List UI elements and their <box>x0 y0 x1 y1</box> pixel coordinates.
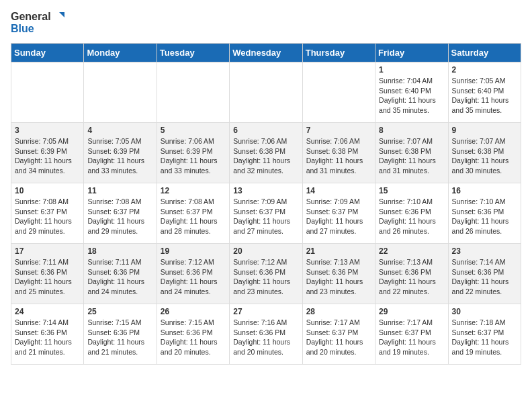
day-number: 9 <box>452 126 517 135</box>
calendar-cell: 2Sunrise: 7:05 AM Sunset: 6:40 PM Daylig… <box>448 62 521 123</box>
calendar-week-2: 3Sunrise: 7:05 AM Sunset: 6:39 PM Daylig… <box>11 123 521 183</box>
day-number: 8 <box>379 126 444 135</box>
calendar-cell: 24Sunrise: 7:14 AM Sunset: 6:36 PM Dayli… <box>11 304 84 365</box>
calendar-cell: 5Sunrise: 7:06 AM Sunset: 6:39 PM Daylig… <box>157 123 229 183</box>
day-header-tuesday: Tuesday <box>157 44 229 62</box>
day-header-wednesday: Wednesday <box>230 44 302 62</box>
day-number: 16 <box>452 186 517 195</box>
day-number: 18 <box>87 246 152 256</box>
day-number: 22 <box>379 246 444 256</box>
day-info: Sunrise: 7:06 AM Sunset: 6:39 PM Dayligh… <box>161 136 226 176</box>
calendar-cell: 16Sunrise: 7:10 AM Sunset: 6:36 PM Dayli… <box>448 183 521 244</box>
calendar-cell: 28Sunrise: 7:17 AM Sunset: 6:37 PM Dayli… <box>302 304 375 365</box>
day-number: 23 <box>452 246 517 256</box>
calendar-cell: 20Sunrise: 7:12 AM Sunset: 6:36 PM Dayli… <box>230 244 302 304</box>
calendar-cell: 25Sunrise: 7:15 AM Sunset: 6:36 PM Dayli… <box>84 304 157 365</box>
calendar-header-row: SundayMondayTuesdayWednesdayThursdayFrid… <box>11 44 521 62</box>
calendar-cell: 21Sunrise: 7:13 AM Sunset: 6:36 PM Dayli… <box>302 244 375 304</box>
day-info: Sunrise: 7:17 AM Sunset: 6:37 PM Dayligh… <box>306 318 371 357</box>
day-number: 28 <box>306 307 371 316</box>
day-info: Sunrise: 7:18 AM Sunset: 6:37 PM Dayligh… <box>452 318 517 357</box>
day-header-friday: Friday <box>375 44 448 62</box>
calendar-week-3: 10Sunrise: 7:08 AM Sunset: 6:37 PM Dayli… <box>11 183 521 244</box>
calendar-cell <box>230 62 302 123</box>
day-number: 20 <box>233 246 298 256</box>
day-number: 19 <box>161 246 226 256</box>
day-info: Sunrise: 7:06 AM Sunset: 6:38 PM Dayligh… <box>306 136 371 176</box>
day-info: Sunrise: 7:16 AM Sunset: 6:36 PM Dayligh… <box>233 318 298 357</box>
day-info: Sunrise: 7:08 AM Sunset: 6:37 PM Dayligh… <box>15 197 80 236</box>
day-info: Sunrise: 7:09 AM Sunset: 6:37 PM Dayligh… <box>233 197 298 236</box>
calendar-cell: 18Sunrise: 7:11 AM Sunset: 6:36 PM Dayli… <box>84 244 157 304</box>
day-info: Sunrise: 7:10 AM Sunset: 6:36 PM Dayligh… <box>452 197 517 236</box>
day-number: 11 <box>87 186 152 195</box>
day-header-monday: Monday <box>84 44 157 62</box>
calendar-cell: 11Sunrise: 7:08 AM Sunset: 6:37 PM Dayli… <box>84 183 157 244</box>
calendar-cell: 4Sunrise: 7:05 AM Sunset: 6:39 PM Daylig… <box>84 123 157 183</box>
day-header-thursday: Thursday <box>302 44 375 62</box>
calendar-cell: 17Sunrise: 7:11 AM Sunset: 6:36 PM Dayli… <box>11 244 84 304</box>
day-info: Sunrise: 7:14 AM Sunset: 6:36 PM Dayligh… <box>15 318 80 357</box>
day-info: Sunrise: 7:05 AM Sunset: 6:39 PM Dayligh… <box>87 136 152 176</box>
calendar-cell: 13Sunrise: 7:09 AM Sunset: 6:37 PM Dayli… <box>230 183 302 244</box>
logo-text-blue: Blue <box>11 23 34 35</box>
day-number: 12 <box>161 186 226 195</box>
calendar-cell: 12Sunrise: 7:08 AM Sunset: 6:37 PM Dayli… <box>157 183 229 244</box>
calendar-cell: 15Sunrise: 7:10 AM Sunset: 6:36 PM Dayli… <box>375 183 448 244</box>
day-info: Sunrise: 7:13 AM Sunset: 6:36 PM Dayligh… <box>379 257 444 297</box>
logo: General Blue <box>11 11 64 35</box>
day-info: Sunrise: 7:08 AM Sunset: 6:37 PM Dayligh… <box>87 197 152 236</box>
calendar-cell: 9Sunrise: 7:07 AM Sunset: 6:38 PM Daylig… <box>448 123 521 183</box>
day-info: Sunrise: 7:05 AM Sunset: 6:40 PM Dayligh… <box>452 76 517 116</box>
day-info: Sunrise: 7:12 AM Sunset: 6:36 PM Dayligh… <box>233 257 298 297</box>
calendar-cell: 3Sunrise: 7:05 AM Sunset: 6:39 PM Daylig… <box>11 123 84 183</box>
calendar-cell: 10Sunrise: 7:08 AM Sunset: 6:37 PM Dayli… <box>11 183 84 244</box>
day-number: 17 <box>15 246 80 256</box>
day-number: 10 <box>15 186 80 195</box>
day-info: Sunrise: 7:12 AM Sunset: 6:36 PM Dayligh… <box>161 257 226 297</box>
day-header-sunday: Sunday <box>11 44 84 62</box>
calendar-week-1: 1Sunrise: 7:04 AM Sunset: 6:40 PM Daylig… <box>11 62 521 123</box>
day-number: 15 <box>379 186 444 195</box>
calendar-cell: 29Sunrise: 7:17 AM Sunset: 6:37 PM Dayli… <box>375 304 448 365</box>
day-info: Sunrise: 7:15 AM Sunset: 6:36 PM Dayligh… <box>87 318 152 357</box>
logo-triangle-icon <box>52 11 64 23</box>
calendar-cell: 30Sunrise: 7:18 AM Sunset: 6:37 PM Dayli… <box>448 304 521 365</box>
day-info: Sunrise: 7:10 AM Sunset: 6:36 PM Dayligh… <box>379 197 444 236</box>
calendar-cell: 8Sunrise: 7:07 AM Sunset: 6:38 PM Daylig… <box>375 123 448 183</box>
day-info: Sunrise: 7:13 AM Sunset: 6:36 PM Dayligh… <box>306 257 371 297</box>
calendar-week-5: 24Sunrise: 7:14 AM Sunset: 6:36 PM Dayli… <box>11 304 521 365</box>
day-number: 13 <box>233 186 298 195</box>
logo-text-general: General <box>11 11 51 23</box>
day-info: Sunrise: 7:14 AM Sunset: 6:36 PM Dayligh… <box>452 257 517 297</box>
calendar-cell: 27Sunrise: 7:16 AM Sunset: 6:36 PM Dayli… <box>230 304 302 365</box>
day-number: 29 <box>379 307 444 316</box>
calendar-cell: 23Sunrise: 7:14 AM Sunset: 6:36 PM Dayli… <box>448 244 521 304</box>
day-info: Sunrise: 7:07 AM Sunset: 6:38 PM Dayligh… <box>452 136 517 176</box>
day-info: Sunrise: 7:15 AM Sunset: 6:36 PM Dayligh… <box>161 318 226 357</box>
calendar-table: SundayMondayTuesdayWednesdayThursdayFrid… <box>11 43 521 365</box>
day-info: Sunrise: 7:11 AM Sunset: 6:36 PM Dayligh… <box>87 257 152 297</box>
day-number: 7 <box>306 126 371 135</box>
calendar-week-4: 17Sunrise: 7:11 AM Sunset: 6:36 PM Dayli… <box>11 244 521 304</box>
day-number: 5 <box>161 126 226 135</box>
day-info: Sunrise: 7:09 AM Sunset: 6:37 PM Dayligh… <box>306 197 371 236</box>
calendar-cell <box>84 62 157 123</box>
calendar-cell: 6Sunrise: 7:06 AM Sunset: 6:38 PM Daylig… <box>230 123 302 183</box>
day-header-saturday: Saturday <box>448 44 521 62</box>
day-number: 27 <box>233 307 298 316</box>
calendar-cell: 14Sunrise: 7:09 AM Sunset: 6:37 PM Dayli… <box>302 183 375 244</box>
calendar-cell <box>157 62 229 123</box>
calendar-cell: 7Sunrise: 7:06 AM Sunset: 6:38 PM Daylig… <box>302 123 375 183</box>
calendar-cell: 1Sunrise: 7:04 AM Sunset: 6:40 PM Daylig… <box>375 62 448 123</box>
day-number: 2 <box>452 65 517 75</box>
day-info: Sunrise: 7:06 AM Sunset: 6:38 PM Dayligh… <box>233 136 298 176</box>
page-header: General Blue <box>11 11 521 35</box>
calendar-cell: 22Sunrise: 7:13 AM Sunset: 6:36 PM Dayli… <box>375 244 448 304</box>
day-number: 3 <box>15 126 80 135</box>
day-number: 25 <box>87 307 152 316</box>
day-info: Sunrise: 7:11 AM Sunset: 6:36 PM Dayligh… <box>15 257 80 297</box>
calendar-cell <box>302 62 375 123</box>
day-info: Sunrise: 7:05 AM Sunset: 6:39 PM Dayligh… <box>15 136 80 176</box>
calendar-cell: 26Sunrise: 7:15 AM Sunset: 6:36 PM Dayli… <box>157 304 229 365</box>
